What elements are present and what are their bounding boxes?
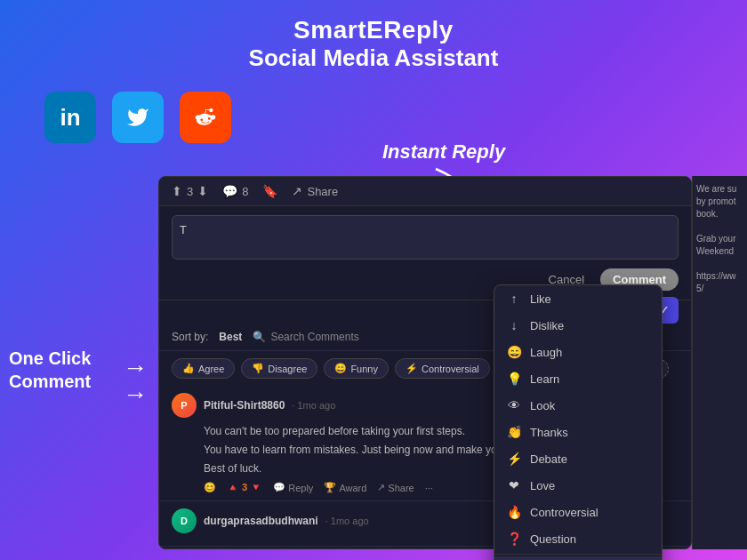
dislike-icon: ↓ (507, 318, 521, 332)
search-comments[interactable]: 🔍 Search Comments (253, 331, 358, 343)
comment-icon: 💬 (222, 184, 237, 198)
dropdown-divider (494, 554, 662, 555)
dropdown-question[interactable]: ❓ Question (494, 525, 662, 552)
comment-textarea[interactable]: T (172, 215, 679, 260)
award-icon: 🏆 (324, 482, 336, 493)
controversial-label: Controversial (530, 506, 598, 519)
dislike-label: Dislike (530, 319, 564, 332)
avatar-1: P (172, 393, 197, 418)
reply-icon: 💬 (273, 482, 285, 493)
upvote-item[interactable]: ⬆ 3 ⬇ (172, 184, 208, 198)
comment-upvotes[interactable]: 🔺 3 🔻 (227, 482, 262, 493)
upvote-icon: ⬆ (172, 184, 182, 198)
reaction-agree[interactable]: 👍 Agree (172, 358, 235, 379)
thanks-label: Thanks (530, 426, 568, 439)
comment-share-button[interactable]: ↗ Share (377, 482, 414, 493)
bookmark-icon: 🔖 (262, 184, 277, 198)
award-button[interactable]: 🏆 Award (324, 482, 366, 493)
social-icons-row: in (0, 81, 747, 143)
app-subtitle: Social Media Assistant (0, 44, 747, 72)
username-1: Pitiful-Shirt8860 (204, 399, 285, 412)
avatar-2: D (172, 508, 197, 533)
dropdown-debate[interactable]: ⚡ Debate (494, 445, 662, 472)
share-item[interactable]: ↗ Share (292, 184, 338, 198)
learn-icon: 💡 (507, 372, 521, 386)
dropdown-custom-prompts[interactable]: My Custom Prompts › (494, 556, 662, 560)
time-1: · 1mo ago (292, 400, 335, 411)
controversial-icon: 🔥 (507, 505, 521, 519)
question-label: Question (530, 532, 576, 546)
share-icon: ↗ (292, 184, 302, 198)
learn-label: Learn (530, 372, 559, 386)
linkedin-icon[interactable]: in (44, 92, 96, 143)
laugh-label: Laugh (530, 346, 562, 359)
top-bar: ⬆ 3 ⬇ 💬 8 🔖 ↗ Share (159, 177, 691, 206)
twitter-icon[interactable] (112, 92, 164, 143)
look-icon: 👁 (507, 398, 521, 412)
comment-action-emoji[interactable]: 😊 (204, 482, 216, 493)
thanks-icon: 👏 (507, 425, 521, 439)
reaction-funny[interactable]: 😄 Funny (324, 358, 389, 379)
look-label: Look (530, 399, 555, 412)
comments-item[interactable]: 💬 8 (222, 184, 248, 198)
comment-share-icon: ↗ (377, 482, 385, 493)
reddit-icon[interactable] (180, 92, 231, 143)
dropdown-like[interactable]: ↑ Like (494, 285, 662, 312)
debate-label: Debate (530, 452, 567, 466)
more-options-button[interactable]: ··· (425, 483, 433, 493)
search-icon: 🔍 (253, 331, 266, 343)
username-2: durgaprasadbudhwani (204, 515, 318, 527)
upvote-count: 3 (187, 185, 193, 198)
one-click-label: One ClickComment (9, 347, 91, 393)
sidebar-text: We are su by promot book.Grab your Weeke… (693, 176, 747, 302)
love-label: Love (530, 479, 555, 492)
dropdown-learn[interactable]: 💡 Learn (494, 365, 662, 392)
search-label: Search Comments (270, 331, 358, 343)
like-icon: ↑ (507, 292, 521, 306)
dropdown-love[interactable]: ❤ Love (494, 472, 662, 499)
dropdown-look[interactable]: 👁 Look (494, 392, 662, 419)
time-2: · 1mo ago (325, 516, 369, 526)
dropdown-menu: ↑ Like ↓ Dislike 😄 Laugh 💡 Learn 👁 Look … (494, 284, 663, 560)
dropdown-thanks[interactable]: 👏 Thanks (494, 419, 662, 445)
share-label: Share (307, 185, 338, 198)
debate-icon: ⚡ (507, 452, 521, 466)
love-icon: ❤ (507, 478, 521, 492)
reply-button[interactable]: 💬 Reply (273, 482, 313, 493)
sort-label: Sort by: (172, 331, 208, 343)
downvote-icon: ⬇ (197, 184, 208, 198)
question-icon: ❓ (507, 532, 521, 546)
dropdown-dislike[interactable]: ↓ Dislike (494, 312, 662, 339)
app-title: SmartEReply (0, 16, 747, 44)
sort-dropdown[interactable]: Best (219, 331, 242, 343)
bookmark-item[interactable]: 🔖 (262, 184, 277, 198)
sidebar-panel: We are su by promot book.Grab your Weeke… (692, 176, 747, 549)
instant-reply-label: Instant Reply (382, 140, 505, 164)
like-label: Like (530, 292, 551, 306)
reaction-disagree[interactable]: 👎 Disagree (241, 358, 317, 379)
dropdown-laugh[interactable]: 😄 Laugh (494, 339, 662, 365)
reaction-controversial[interactable]: ⚡ Controversial (395, 358, 490, 379)
comment-count: 8 (242, 185, 248, 198)
laugh-icon: 😄 (507, 345, 521, 359)
app-header: SmartEReply Social Media Assistant (0, 0, 747, 81)
one-click-arrow-2: → (123, 380, 148, 409)
one-click-arrow-1: → (123, 354, 148, 382)
dropdown-controversial[interactable]: 🔥 Controversial (494, 499, 662, 525)
